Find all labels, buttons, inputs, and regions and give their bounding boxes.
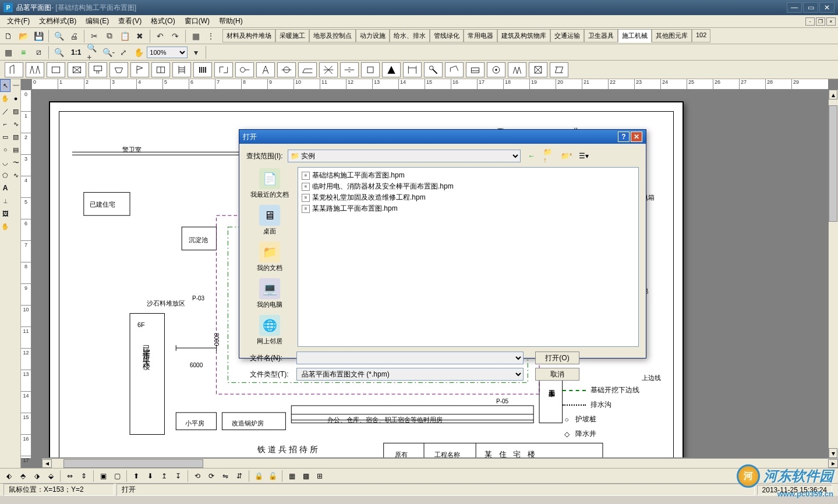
nav-views-icon[interactable]: ☰▾ xyxy=(578,150,591,162)
text-tool[interactable]: A xyxy=(0,182,10,194)
nav-newfolder-icon[interactable]: 📁* xyxy=(560,150,573,162)
properties-button[interactable]: ▦ xyxy=(189,29,203,43)
backward-icon[interactable]: ↧ xyxy=(172,470,185,482)
symbol-ladder-icon[interactable] xyxy=(172,62,191,77)
file-item-3[interactable]: ≡某某路施工平面布置图.hpm xyxy=(300,203,636,214)
align-right-icon[interactable]: ⬗ xyxy=(30,470,43,482)
lookin-select[interactable]: 📁 实例 xyxy=(288,150,521,162)
print-button[interactable]: 🖨 xyxy=(67,29,81,43)
cat-tab-11[interactable]: 其他图元库 xyxy=(652,29,692,42)
file-item-0[interactable]: ≡基础结构施工平面布置图.hpm xyxy=(300,170,636,181)
layers-button[interactable]: ▦ xyxy=(1,45,15,59)
ungroup-icon[interactable]: ▢ xyxy=(111,470,123,482)
symbol-bracket-icon[interactable] xyxy=(214,62,233,77)
new-button[interactable]: 🗋 xyxy=(1,29,15,43)
align-left-icon[interactable]: ⬖ xyxy=(2,470,15,482)
circle-tool[interactable]: ○ xyxy=(0,143,10,156)
dot-tool[interactable]: ● xyxy=(10,92,21,105)
cat-tab-12[interactable]: 102 xyxy=(692,29,710,42)
image-tool[interactable]: 🖼 xyxy=(0,207,10,220)
symbol-misc2-icon[interactable] xyxy=(529,62,547,77)
undo-button[interactable]: ↶ xyxy=(153,29,167,43)
front-icon[interactable]: ⬆ xyxy=(130,470,143,482)
rotate-left-icon[interactable]: ⟲ xyxy=(191,470,204,482)
cat-tab-1[interactable]: 采暖施工 xyxy=(275,29,309,42)
symbol-triangle-icon[interactable] xyxy=(382,62,401,77)
polyline-tool[interactable]: ⌐ xyxy=(0,118,10,130)
copy-button[interactable]: ⧉ xyxy=(102,29,116,43)
symbol-excavator-icon[interactable] xyxy=(445,62,464,77)
symbol-flag-icon[interactable] xyxy=(130,62,149,77)
back-icon[interactable]: ⬇ xyxy=(144,470,157,482)
menu-docstyle[interactable]: 文档样式(B) xyxy=(34,15,81,27)
place-desktop[interactable]: 🖥桌面 xyxy=(249,204,291,237)
symbol-hoist-icon[interactable] xyxy=(89,62,107,77)
zoom-in-button[interactable]: 🔍+ xyxy=(86,45,100,59)
file-item-1[interactable]: ≡临时用电、消防器材及安全棒平面布置图.hpm xyxy=(300,181,636,192)
file-item-2[interactable]: ≡某党校礼堂加固及改造维修工程.hpm xyxy=(300,192,636,203)
curve-tool[interactable]: 〰 xyxy=(10,79,21,92)
cat-tab-3[interactable]: 动力设施 xyxy=(356,29,390,42)
symbol-post-icon[interactable] xyxy=(151,62,170,77)
filetype-select[interactable]: 品茗平面布置图文件 (*.hpm) xyxy=(296,368,524,381)
cut-button[interactable]: ✂ xyxy=(87,29,101,43)
close-button[interactable]: ✕ xyxy=(819,2,835,13)
cat-tab-7[interactable]: 建筑及构筑物库 xyxy=(497,29,550,42)
menu-view[interactable]: 查看(V) xyxy=(114,15,146,27)
cancel-action-button[interactable]: 取消 xyxy=(535,368,579,381)
menu-file[interactable]: 文件(F) xyxy=(2,15,34,27)
cat-tab-0[interactable]: 材料及构件堆场 xyxy=(222,29,275,42)
zoom-11-button[interactable]: 1:1 xyxy=(67,47,85,58)
line-tool[interactable]: ／ xyxy=(0,105,10,118)
symbol-crane-icon[interactable] xyxy=(5,62,23,77)
place-mycomputer[interactable]: 💻我的电脑 xyxy=(249,277,291,310)
group-icon[interactable]: ▣ xyxy=(97,470,109,482)
zoom-select[interactable]: 100% xyxy=(147,47,188,58)
wave-tool[interactable]: 〜 xyxy=(10,156,21,169)
symbol-plate-icon[interactable] xyxy=(340,62,359,77)
symbol-tower-icon[interactable] xyxy=(26,62,44,77)
symbol-misc1-icon[interactable] xyxy=(508,62,526,77)
unlock-icon[interactable]: 🔓 xyxy=(266,470,279,482)
grid1-icon[interactable]: ▦ xyxy=(285,470,298,482)
menu-window[interactable]: 窗口(W) xyxy=(180,15,214,27)
symbol-rect-icon[interactable] xyxy=(47,62,65,77)
dropdown-icon[interactable]: ▾ xyxy=(189,45,203,59)
symbol-vibrator-icon[interactable] xyxy=(487,62,505,77)
place-mydocs[interactable]: 📁我的文档 xyxy=(249,240,291,274)
print-preview-button[interactable]: 🔍 xyxy=(52,29,66,43)
symbol-bars-icon[interactable] xyxy=(193,62,212,77)
menu-format[interactable]: 格式(O) xyxy=(146,15,179,27)
mdi-restore[interactable]: ❐ xyxy=(816,17,825,26)
symbol-welder-icon[interactable] xyxy=(319,62,338,77)
rotate-right-icon[interactable]: ⟳ xyxy=(205,470,218,482)
forward-icon[interactable]: ↥ xyxy=(158,470,171,482)
align-top-icon[interactable]: ⬙ xyxy=(44,470,57,482)
grid2-icon[interactable]: ▩ xyxy=(299,470,312,482)
place-network[interactable]: 🌐网上邻居 xyxy=(249,314,291,347)
mdi-minimize[interactable]: - xyxy=(805,17,815,26)
distribute-h-icon[interactable]: ⇔ xyxy=(63,470,76,482)
pan-button[interactable]: ✋ xyxy=(132,45,146,59)
mdi-close[interactable]: × xyxy=(826,17,836,26)
hatch2-tool[interactable]: ▧ xyxy=(10,130,21,143)
align-center-icon[interactable]: ⬘ xyxy=(16,470,29,482)
symbol-box-icon[interactable] xyxy=(361,62,380,77)
linetype-button[interactable]: ⧄ xyxy=(31,45,45,59)
dimension-tool[interactable]: ⟂ xyxy=(0,194,10,207)
nav-back-icon[interactable]: ← xyxy=(525,150,538,162)
zigzag-tool[interactable]: ∿ xyxy=(10,118,21,130)
horizontal-scrollbar[interactable]: ◂ ▸ xyxy=(42,458,838,468)
flip-h-icon[interactable]: ⇋ xyxy=(219,470,232,482)
hatch1-tool[interactable]: ▨ xyxy=(10,105,21,118)
filename-input[interactable] xyxy=(296,352,524,364)
save-button[interactable]: 💾 xyxy=(31,29,45,43)
symbol-winch-icon[interactable] xyxy=(277,62,296,77)
cat-tab-2[interactable]: 地形及控制点 xyxy=(309,29,356,42)
hatch3-tool[interactable]: ▤ xyxy=(10,143,21,156)
dialog-help-button[interactable]: ? xyxy=(618,132,630,142)
paste-button[interactable]: 📋 xyxy=(118,29,132,43)
symbol-derrick-icon[interactable] xyxy=(256,62,275,77)
cat-tab-4[interactable]: 给水、排水 xyxy=(390,29,430,42)
distribute-v-icon[interactable]: ⇕ xyxy=(77,470,90,482)
